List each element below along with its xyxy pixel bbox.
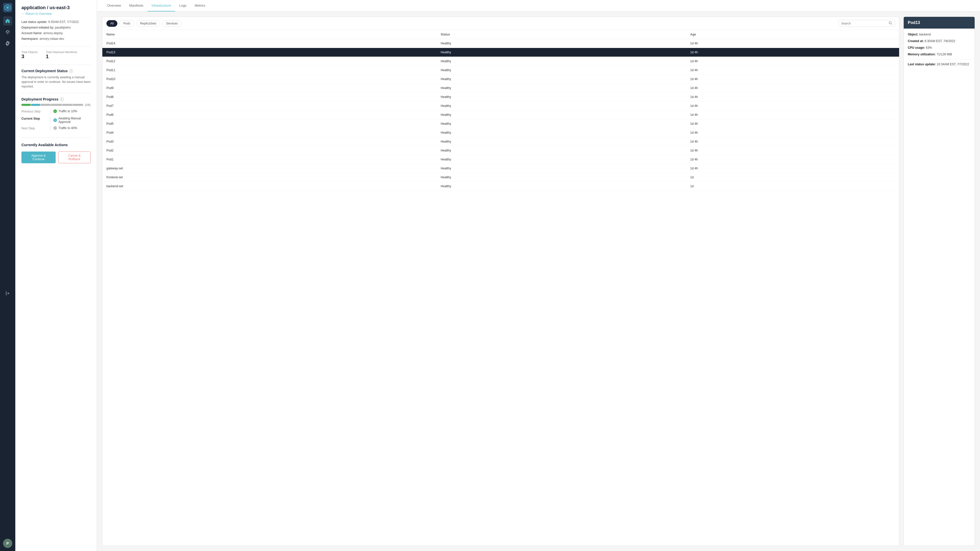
- divider-1: [21, 46, 91, 46]
- table-row[interactable]: Pod9Healthy1d 4h: [102, 84, 899, 93]
- table-row[interactable]: Pod11Healthy1d 4h: [102, 66, 899, 75]
- search-button[interactable]: [889, 21, 892, 25]
- cell-status-8: Healthy: [437, 110, 686, 119]
- cell-status-9: Healthy: [437, 119, 686, 128]
- table-row[interactable]: Pod5Healthy1d 4h: [102, 119, 899, 128]
- approve-continue-button[interactable]: Approve & Continue: [21, 151, 56, 163]
- left-panel: application / us-east-3 ← Return to Over…: [15, 0, 97, 551]
- cell-name-11: Pod3: [102, 137, 437, 146]
- tab-overview[interactable]: Overview: [103, 0, 125, 11]
- nav-cube-icon[interactable]: [3, 27, 12, 37]
- detail-panel: Pod13 Object: backend Created at: 6:30AM…: [904, 17, 975, 546]
- table-row[interactable]: backend-setHealthy1d: [102, 182, 899, 191]
- step-label-2: Next Step: [21, 126, 47, 130]
- back-link-label: Return to Overview: [25, 12, 52, 16]
- filter-btn-pods[interactable]: Pods: [119, 20, 134, 27]
- tab-logs[interactable]: Logs: [175, 0, 190, 11]
- cell-status-14: Healthy: [437, 164, 686, 173]
- deployment-status-info-icon[interactable]: i: [69, 69, 73, 73]
- cell-age-2: 1d 4h: [686, 57, 899, 66]
- deployment-by-meta: Deployment initiated by: pauldipietro: [21, 25, 91, 30]
- app-title: application / us-east-3: [21, 5, 91, 11]
- user-avatar[interactable]: P: [3, 539, 12, 548]
- cell-name-5: Pod9: [102, 84, 437, 93]
- total-manifests-stat: Total Deployed Manifests 1: [46, 51, 77, 59]
- tab-manifests[interactable]: Manifests: [125, 0, 148, 11]
- step-row-0: Previous Step✓Traffic to 10%: [21, 110, 91, 114]
- progress-fraction: (2/6): [85, 103, 91, 106]
- step-divider-0: [50, 110, 50, 114]
- cell-status-11: Healthy: [437, 137, 686, 146]
- step-label-1: Current Step: [21, 117, 47, 121]
- cell-name-10: Pod4: [102, 128, 437, 137]
- cell-status-2: Healthy: [437, 57, 686, 66]
- namespace-meta: Namespace: armory-cdaas-dev: [21, 37, 91, 41]
- table-row[interactable]: Pod4Healthy1d 4h: [102, 128, 899, 137]
- cell-age-9: 1d 4h: [686, 119, 899, 128]
- table-row[interactable]: gateway-setHealthy1d 4h: [102, 164, 899, 173]
- step-text-2: Traffic to 40%: [59, 126, 77, 130]
- tab-metrics[interactable]: Metrics: [191, 0, 210, 11]
- table-row[interactable]: Pod13Healthy1d 4h: [102, 48, 899, 57]
- cell-age-12: 1d 4h: [686, 146, 899, 155]
- table-row[interactable]: Pod10Healthy1d 4h: [102, 75, 899, 84]
- cancel-rollback-button[interactable]: Cancel & Rollback: [58, 151, 91, 163]
- cell-status-5: Healthy: [437, 84, 686, 93]
- detail-object: Object: backend: [908, 32, 970, 37]
- filter-btn-replicasets[interactable]: ReplicaSets: [136, 20, 160, 27]
- cell-age-7: 1d 4h: [686, 102, 899, 110]
- step-dot-0: ✓: [53, 110, 57, 113]
- table-row[interactable]: Pod6Healthy1d 4h: [102, 110, 899, 119]
- cell-status-6: Healthy: [437, 93, 686, 102]
- cell-name-7: Pod7: [102, 102, 437, 110]
- col-name: Name: [102, 30, 437, 39]
- detail-cpu: CPU usage: 63%: [908, 45, 970, 50]
- filter-btn-all[interactable]: All: [107, 20, 118, 27]
- deployment-progress-info-icon[interactable]: i: [60, 97, 64, 101]
- col-status: Status: [437, 30, 686, 39]
- main-content: OverviewManifestsInfrastructureLogsMetri…: [97, 0, 980, 551]
- back-link[interactable]: ← Return to Overview: [21, 12, 91, 16]
- steps-container: Previous Step✓Traffic to 10%Current Step…: [21, 110, 91, 133]
- step-dot-2: –: [53, 126, 57, 130]
- nav-logout-icon[interactable]: [3, 289, 12, 298]
- cell-status-15: Healthy: [437, 173, 686, 182]
- table-row[interactable]: frontend-setHealthy1d: [102, 173, 899, 182]
- cell-age-11: 1d 4h: [686, 137, 899, 146]
- filter-btn-services[interactable]: Services: [162, 20, 182, 27]
- table-row[interactable]: Pod14Healthy1d 4h: [102, 39, 899, 48]
- cell-name-2: Pod12: [102, 57, 437, 66]
- cell-status-16: Healthy: [437, 182, 686, 191]
- table-row[interactable]: Pod8Healthy1d 4h: [102, 93, 899, 102]
- app-logo[interactable]: [3, 3, 12, 12]
- cell-name-4: Pod10: [102, 75, 437, 84]
- nav-home-icon[interactable]: [3, 16, 12, 25]
- deployment-status-title: Current Deployment Status i: [21, 69, 91, 73]
- table-row[interactable]: Pod3Healthy1d 4h: [102, 137, 899, 146]
- cell-status-3: Healthy: [437, 66, 686, 75]
- tab-infrastructure[interactable]: Infrastructure: [148, 0, 175, 11]
- cell-age-3: 1d 4h: [686, 66, 899, 75]
- cell-name-8: Pod6: [102, 110, 437, 119]
- deployment-progress-title: Deployment Progress i: [21, 97, 91, 101]
- cell-age-6: 1d 4h: [686, 93, 899, 102]
- cell-age-16: 1d: [686, 182, 899, 191]
- cell-status-12: Healthy: [437, 146, 686, 155]
- divider-3: [21, 93, 91, 93]
- cell-status-0: Healthy: [437, 39, 686, 48]
- cell-name-9: Pod5: [102, 119, 437, 128]
- progress-bar-container: (2/6): [21, 103, 91, 106]
- step-row-2: Next Step–Traffic to 40%: [21, 126, 91, 131]
- cell-status-7: Healthy: [437, 102, 686, 110]
- cell-age-1: 1d 4h: [686, 48, 899, 57]
- table-row[interactable]: Pod12Healthy1d 4h: [102, 57, 899, 66]
- search-input[interactable]: [841, 22, 887, 25]
- cell-age-15: 1d: [686, 173, 899, 182]
- table-row[interactable]: Pod1Healthy1d 4h: [102, 155, 899, 164]
- detail-last-status: Last status update: 10:34AM EST, 7/7/202…: [908, 62, 970, 67]
- table-row[interactable]: Pod7Healthy1d 4h: [102, 102, 899, 110]
- deployment-status-desc: The deployment is currently awaiting a m…: [21, 75, 91, 89]
- step-divider-2: [50, 126, 50, 131]
- nav-gear-icon[interactable]: [3, 39, 12, 48]
- table-row[interactable]: Pod2Healthy1d 4h: [102, 146, 899, 155]
